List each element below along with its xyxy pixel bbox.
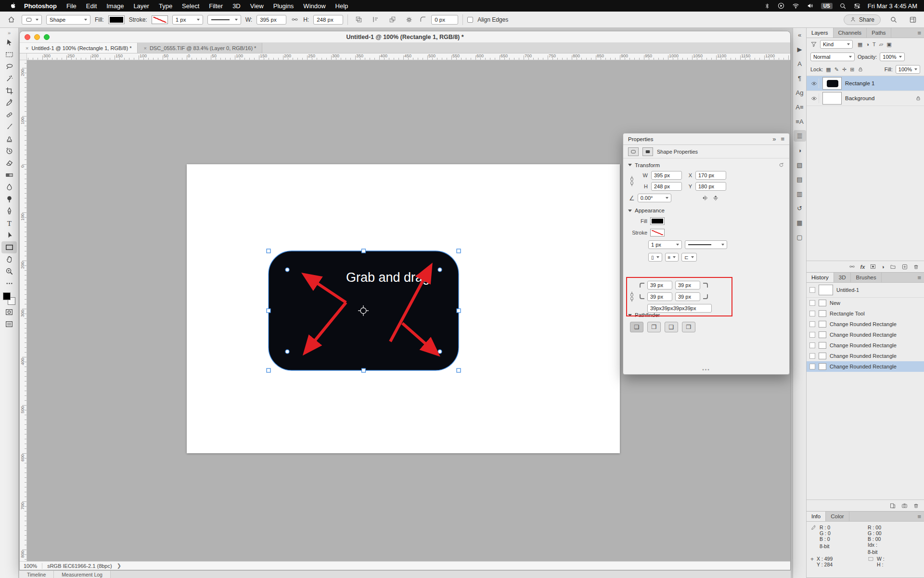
ruler-left[interactable]: 2001000100200300400500600700800	[20, 60, 27, 561]
unite-shapes-button[interactable]: ❏	[630, 322, 643, 332]
intersect-shapes-button[interactable]: ❑	[665, 322, 678, 332]
pen-tool[interactable]	[1, 205, 17, 217]
link-dimensions-icon[interactable]	[291, 16, 299, 23]
history-state-change-rounded-rectangle[interactable]: Change Rounded Rectangle	[807, 340, 924, 351]
stroke-corner-select[interactable]: ⊏	[681, 253, 696, 262]
history-source-checkbox[interactable]	[809, 353, 815, 359]
screen-mode-button[interactable]	[1, 318, 17, 330]
properties-panel-header[interactable]: Properties » ≡	[623, 133, 789, 145]
history-snapshot-row[interactable]: Untitled-1	[807, 283, 924, 297]
new-layer-icon[interactable]	[901, 263, 908, 270]
adjustments-panel-icon[interactable]: ◑	[794, 144, 806, 156]
play-status-icon[interactable]	[777, 2, 785, 10]
smudge-tool[interactable]	[1, 181, 17, 193]
props-stroke-swatch[interactable]	[650, 229, 665, 236]
history-state-new[interactable]: New	[807, 298, 924, 308]
document-tab-inactive[interactable]: × DSC_0555.TIF @ 83.4% (Layer 0, RGB/16)…	[138, 43, 262, 53]
path-selection-tool[interactable]	[1, 229, 17, 241]
brush-tool[interactable]	[1, 121, 17, 133]
zoom-tool[interactable]	[1, 265, 17, 277]
panel-menu-icon[interactable]: ≡	[914, 273, 924, 282]
layer-thumbnail[interactable]	[822, 77, 842, 90]
ruler-origin-corner[interactable]	[20, 53, 27, 60]
tab-measurement-log[interactable]: Measurement Log	[54, 571, 111, 578]
volume-icon[interactable]	[807, 2, 814, 10]
wifi-icon[interactable]	[792, 2, 800, 10]
properties-panel-icon[interactable]: ☰	[794, 130, 806, 142]
clone-stamp-tool[interactable]	[1, 133, 17, 145]
character-styles-panel-icon[interactable]: A≡	[794, 101, 806, 113]
tool-preset-picker[interactable]	[22, 15, 42, 25]
type-tool[interactable]: T	[1, 217, 17, 229]
character-panel-icon[interactable]: A	[794, 58, 806, 69]
history-state-change-rounded-rectangle[interactable]: Change Rounded Rectangle	[807, 319, 924, 329]
move-tool[interactable]	[1, 37, 17, 49]
eyedropper-tool[interactable]	[1, 97, 17, 109]
corner-top-right-field[interactable]: 39 px	[675, 281, 700, 289]
stroke-cap-select[interactable]: ≡	[665, 253, 679, 262]
history-source-checkbox[interactable]	[809, 364, 815, 369]
menu-item-filter[interactable]: Filter	[204, 2, 228, 10]
apple-menu[interactable]	[7, 0, 19, 12]
spotlight-search-icon[interactable]	[839, 2, 847, 10]
transform-height-field[interactable]: 248 px	[651, 182, 682, 191]
panel-resize-dots[interactable]: •••	[623, 367, 789, 372]
rectangle-tool[interactable]	[1, 241, 17, 253]
layer-mask-icon[interactable]	[870, 263, 876, 270]
appearance-section-header[interactable]: Appearance	[623, 204, 789, 215]
type-layers-filter-icon[interactable]: T	[873, 41, 876, 47]
corner-combined-field[interactable]: 39px39px39px39px	[647, 304, 712, 313]
align-edges-checkbox[interactable]	[467, 17, 473, 23]
artboard[interactable]: Grab and drag	[187, 164, 620, 453]
delete-layer-trash-icon[interactable]	[913, 263, 919, 270]
lock-position-icon[interactable]: ✛	[842, 66, 847, 73]
object-selection-tool[interactable]	[1, 73, 17, 85]
menu-item-plugins[interactable]: Plugins	[269, 2, 299, 10]
link-wh-icon[interactable]	[628, 174, 638, 188]
menu-item-view[interactable]: View	[245, 2, 269, 10]
new-snapshot-camera-icon[interactable]	[901, 502, 908, 509]
new-document-from-state-icon[interactable]	[889, 502, 896, 509]
layer-visibility-eye-icon[interactable]	[809, 79, 819, 88]
history-source-checkbox[interactable]	[809, 321, 815, 327]
workspace-switcher-icon[interactable]	[907, 14, 919, 26]
delete-state-trash-icon[interactable]	[913, 502, 919, 509]
history-state-change-rounded-rectangle[interactable]: Change Rounded Rectangle	[807, 361, 924, 372]
stroke-type-select[interactable]	[207, 15, 241, 25]
history-state-change-rounded-rectangle[interactable]: Change Rounded Rectangle	[807, 329, 924, 340]
corner-bottom-left-field[interactable]: 39 px	[647, 292, 672, 301]
corner-bottom-right-field[interactable]: 39 px	[675, 292, 700, 301]
panel-menu-icon[interactable]: ≡	[914, 512, 924, 521]
zoom-level[interactable]: 100%	[24, 563, 37, 569]
window-titlebar[interactable]: Untitled-1 @ 100% (Rectangle 1, RGB/8) *	[20, 31, 790, 43]
history-source-checkbox[interactable]	[809, 311, 815, 316]
shape-layers-filter-icon[interactable]: ▱	[879, 41, 883, 48]
history-source-checkbox[interactable]	[809, 287, 815, 293]
tab-channels[interactable]: Channels	[834, 28, 867, 38]
search-icon[interactable]	[887, 14, 900, 26]
tab-color[interactable]: Color	[826, 512, 849, 521]
tab-history[interactable]: History	[807, 273, 834, 282]
fill-opacity-field[interactable]: 100%	[896, 65, 920, 74]
tab-timeline[interactable]: Timeline	[19, 571, 54, 578]
document-tab-active[interactable]: × Untitled-1 @ 100% (Rectangle 1, RGB/8)…	[20, 43, 138, 53]
actions-panel-icon[interactable]: ▶	[794, 43, 806, 55]
lasso-tool[interactable]	[1, 61, 17, 73]
layer-name[interactable]: Rectangle 1	[845, 80, 874, 86]
menu-item-image[interactable]: Image	[102, 2, 128, 10]
gradients-panel-icon[interactable]: ▥	[794, 188, 806, 199]
menu-item-layer[interactable]: Layer	[128, 2, 154, 10]
layer-filter-kind-select[interactable]: Kind	[820, 40, 853, 49]
transform-width-field[interactable]: 395 px	[651, 171, 682, 180]
layer-thumbnail[interactable]	[822, 92, 842, 105]
share-button[interactable]: Share	[844, 14, 881, 25]
menubar-clock[interactable]: Fri Mar 3 4:45 AM	[868, 2, 917, 10]
smart-object-filter-icon[interactable]: ▣	[886, 41, 891, 48]
patterns-panel-icon[interactable]: ▦	[794, 217, 806, 228]
tab-info[interactable]: Info	[807, 512, 826, 521]
status-popup-chevron[interactable]: ❯	[117, 563, 121, 569]
history-source-checkbox[interactable]	[809, 332, 815, 338]
corner-radius-field[interactable]: 0 px	[431, 15, 458, 25]
home-button[interactable]	[5, 14, 17, 26]
menu-item-window[interactable]: Window	[298, 2, 330, 10]
